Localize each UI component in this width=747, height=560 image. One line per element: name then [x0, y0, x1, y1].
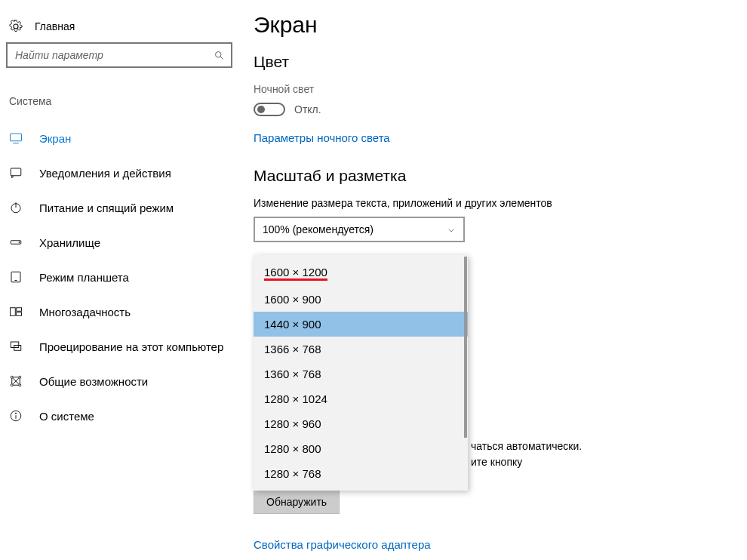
section-color: Цвет: [254, 53, 697, 71]
resolution-option[interactable]: 1360 × 768: [254, 362, 468, 386]
partial-line-2: ите кнопку: [471, 456, 522, 468]
svg-point-16: [11, 376, 13, 378]
sidebar-item-label: Многозадачность: [39, 306, 131, 318]
svg-rect-2: [11, 134, 22, 141]
sidebar-item-notifications[interactable]: Уведомления и действия: [6, 155, 232, 190]
resolution-dropdown[interactable]: 1600 × 12001600 × 9001440 × 9001366 × 76…: [254, 255, 468, 491]
svg-line-1: [220, 57, 223, 59]
resolution-option[interactable]: 1440 × 900: [254, 312, 468, 337]
main-content: Экран Цвет Ночной свет Откл. Параметры н…: [238, 0, 697, 551]
search-icon: [214, 50, 225, 61]
gear-icon: [9, 20, 23, 33]
svg-rect-12: [17, 308, 22, 312]
svg-rect-14: [11, 342, 19, 348]
sidebar-item-label: Проецирование на этот компьютер: [39, 340, 223, 353]
info-icon: [9, 409, 23, 423]
sidebar-item-label: Общие возможности: [39, 375, 148, 388]
night-light-label: Ночной свет: [254, 83, 697, 95]
search-input-container[interactable]: [6, 42, 232, 68]
svg-rect-11: [11, 308, 16, 316]
night-light-toggle[interactable]: [254, 103, 285, 116]
sidebar-item-label: Экран: [39, 132, 71, 145]
svg-rect-13: [17, 312, 22, 316]
sidebar-item-label: О системе: [39, 410, 94, 423]
svg-point-19: [19, 384, 21, 386]
sidebar: Главная Система Экран Уведомления и дейс…: [0, 0, 238, 551]
svg-point-8: [19, 242, 20, 242]
resolution-option[interactable]: 1280 × 768: [254, 461, 468, 486]
resolution-option[interactable]: 1280 × 960: [254, 411, 468, 436]
scale-select-value: 100% (рекомендуется): [263, 223, 374, 235]
sidebar-item-display[interactable]: Экран: [6, 121, 232, 155]
svg-point-28: [15, 413, 16, 414]
chevron-down-icon: [447, 225, 456, 234]
resolution-option[interactable]: 1600 × 1200: [254, 260, 468, 287]
home-label: Главная: [35, 20, 75, 32]
sidebar-item-multitasking[interactable]: Многозадачность: [6, 294, 232, 329]
sidebar-group-title: Система: [9, 95, 232, 107]
night-light-state: Откл.: [294, 103, 321, 115]
toggle-knob: [257, 106, 265, 113]
power-icon: [9, 201, 23, 214]
resolution-option[interactable]: 1600 × 900: [254, 287, 468, 312]
sidebar-item-about[interactable]: О системе: [6, 398, 232, 433]
sidebar-item-label: Хранилище: [39, 236, 100, 249]
sidebar-item-label: Питание и спящий режим: [39, 202, 174, 214]
tablet-icon: [9, 270, 23, 284]
sidebar-item-projecting[interactable]: Проецирование на этот компьютер: [6, 329, 232, 364]
sidebar-item-power[interactable]: Питание и спящий режим: [6, 190, 232, 225]
partial-line-1: чаться автоматически.: [471, 440, 582, 452]
svg-rect-4: [11, 168, 21, 176]
detect-button[interactable]: Обнаружить: [254, 490, 340, 514]
resolution-option[interactable]: 1280 × 800: [254, 436, 468, 461]
sidebar-item-shared[interactable]: Общие возможности: [6, 364, 232, 398]
projecting-icon: [9, 340, 23, 353]
section-scale: Масштаб и разметка: [254, 167, 697, 185]
scale-select[interactable]: 100% (рекомендуется): [254, 217, 465, 242]
svg-point-0: [216, 51, 222, 57]
display-icon: [9, 131, 23, 145]
search-input[interactable]: [14, 48, 214, 62]
sidebar-item-storage[interactable]: Хранилище: [6, 225, 232, 260]
page-title: Экран: [254, 12, 697, 38]
sidebar-item-tablet[interactable]: Режим планшета: [6, 260, 232, 294]
svg-point-18: [11, 384, 13, 386]
resolution-option[interactable]: 1280 × 1024: [254, 386, 468, 411]
scale-label: Изменение размера текста, приложений и д…: [254, 197, 697, 209]
resolution-option[interactable]: 1366 × 768: [254, 337, 468, 362]
multitasking-icon: [9, 305, 23, 318]
notifications-icon: [9, 166, 23, 180]
night-light-settings-link[interactable]: Параметры ночного света: [254, 131, 390, 144]
shared-icon: [9, 374, 23, 388]
sidebar-item-label: Уведомления и действия: [39, 167, 171, 180]
home-nav[interactable]: Главная: [6, 15, 232, 42]
dropdown-scrollbar[interactable]: [464, 257, 467, 438]
sidebar-item-label: Режим планшета: [39, 271, 129, 284]
svg-point-17: [19, 376, 21, 378]
storage-icon: [9, 235, 23, 249]
adapter-properties-link[interactable]: Свойства графического адаптера: [254, 538, 431, 551]
